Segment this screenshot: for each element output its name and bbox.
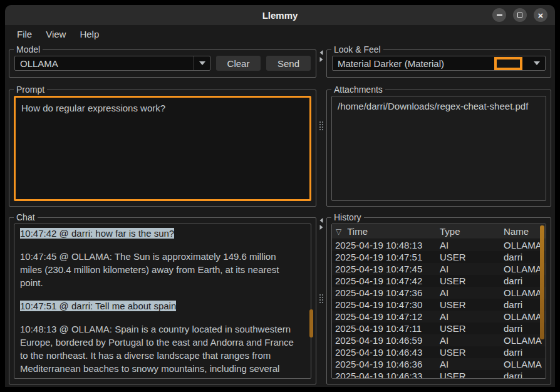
- history-cell-type: USER: [438, 299, 501, 310]
- close-icon: ×: [538, 11, 544, 20]
- splitter-collapse-arrows[interactable]: [320, 218, 323, 230]
- maximize-icon: [517, 13, 522, 18]
- chevron-down-icon: [534, 61, 540, 65]
- history-cell-type: AI: [438, 311, 501, 322]
- history-row[interactable]: 2025-04-19 10:47:42 USER darri: [332, 275, 546, 287]
- history-cell-type: AI: [438, 335, 501, 346]
- collapse-right-icon[interactable]: [320, 57, 323, 62]
- history-cell-time: 2025-04-19 10:47:42: [332, 276, 438, 286]
- history-cell-time: 2025-04-19 10:47:11: [332, 323, 438, 334]
- history-row[interactable]: 2025-04-19 10:47:12 AI OLLAMA: [332, 311, 546, 322]
- history-cell-name: OLLAMA: [501, 240, 546, 250]
- model-group: Model OLLAMA Clear Send: [9, 49, 316, 78]
- prompt-group-label: Prompt: [14, 85, 47, 95]
- history-row[interactable]: 2025-04-19 10:47:45 AI OLLAMA: [332, 263, 546, 275]
- sort-descending-icon: ▽: [336, 227, 341, 236]
- history-cell-type: AI: [438, 240, 501, 250]
- look-and-feel-dropdown-button[interactable]: [529, 56, 545, 70]
- column-header-type[interactable]: Type: [438, 226, 501, 237]
- history-row[interactable]: 2025-04-19 10:46:43 USER darri: [332, 346, 546, 358]
- attachments-group-label: Attachments: [331, 85, 385, 95]
- titlebar[interactable]: Llemmy ×: [5, 5, 555, 25]
- history-cell-type: AI: [438, 264, 501, 274]
- history-cell-name: darri: [501, 347, 546, 358]
- menu-file[interactable]: File: [11, 28, 38, 41]
- history-cell-type: AI: [438, 359, 501, 369]
- history-row[interactable]: 2025-04-19 10:46:33 USER darri: [332, 370, 546, 379]
- main-content: Model OLLAMA Clear Send: [5, 43, 555, 387]
- history-cell-name: darri: [501, 252, 546, 262]
- attachments-group: Attachments /home/darri/Downloads/regex-…: [326, 90, 551, 207]
- window-controls: ×: [492, 8, 547, 22]
- chat-log[interactable]: 10:47:42 @ darri: how far is the sun? 10…: [14, 224, 311, 379]
- history-row[interactable]: 2025-04-19 10:48:13 AI OLLAMA: [332, 239, 546, 251]
- splitter-grip-icon[interactable]: [319, 121, 323, 130]
- history-row[interactable]: 2025-04-19 10:46:36 AI OLLAMA: [332, 358, 546, 370]
- splitter-collapse-arrows[interactable]: [320, 50, 323, 62]
- vertical-splitter-top[interactable]: [316, 45, 326, 207]
- chat-message: 10:47:42 @ darri: how far is the sun?: [20, 227, 299, 240]
- history-scrollbar-thumb[interactable]: [540, 225, 544, 339]
- history-cell-time: 2025-04-19 10:46:43: [332, 347, 438, 358]
- history-cell-name: OLLAMA: [501, 264, 546, 274]
- chat-message-text: 10:48:13 @ OLLAMA: Spain is a country lo…: [20, 324, 294, 379]
- model-dropdown-button[interactable]: [194, 56, 210, 70]
- history-cell-type: AI: [438, 287, 501, 298]
- clear-button[interactable]: Clear: [216, 56, 261, 71]
- column-header-name[interactable]: Name: [501, 226, 546, 237]
- history-group: History ▽ Time Type Name 2025-04-19 10:4…: [326, 217, 551, 384]
- history-cell-type: USER: [438, 347, 501, 358]
- history-cell-time: 2025-04-19 10:47:45: [332, 264, 438, 274]
- history-row[interactable]: 2025-04-19 10:47:11 USER darri: [332, 322, 546, 334]
- menu-view[interactable]: View: [40, 28, 71, 41]
- history-cell-name: darri: [501, 323, 546, 334]
- close-button[interactable]: ×: [534, 8, 547, 22]
- vertical-splitter-bottom[interactable]: [316, 213, 326, 384]
- look-and-feel-select[interactable]: Material Darker (Material): [332, 56, 546, 71]
- column-header-time[interactable]: ▽ Time: [332, 226, 438, 237]
- focus-highlight-swatch: [494, 57, 522, 70]
- chat-scrollbar-thumb[interactable]: [309, 309, 313, 338]
- history-cell-time: 2025-04-19 10:47:51: [332, 252, 438, 262]
- chat-message-text: 10:47:45 @ OLLAMA: The Sun is approximat…: [20, 251, 279, 288]
- look-and-feel-group: Look & Feel Material Darker (Material): [326, 49, 551, 78]
- chat-group-label: Chat: [14, 212, 38, 223]
- look-and-feel-group-label: Look & Feel: [331, 44, 383, 55]
- splitter-grip-icon[interactable]: [319, 294, 323, 303]
- history-cell-name: OLLAMA: [501, 359, 546, 369]
- chevron-down-icon: [199, 61, 205, 65]
- history-cell-time: 2025-04-19 10:47:36: [332, 287, 438, 298]
- history-row[interactable]: 2025-04-19 10:47:36 AI OLLAMA: [332, 287, 546, 299]
- history-cell-time: 2025-04-19 10:46:33: [332, 371, 438, 379]
- history-rows: 2025-04-19 10:48:13 AI OLLAMA 2025-04-19…: [332, 239, 546, 379]
- history-cell-type: USER: [438, 276, 501, 286]
- chat-message: 10:47:51 @ darri: Tell me about spain: [20, 299, 299, 312]
- history-cell-type: USER: [438, 323, 501, 334]
- history-row[interactable]: 2025-04-19 10:47:51 USER darri: [332, 251, 546, 263]
- history-table[interactable]: ▽ Time Type Name 2025-04-19 10:48:13 AI …: [331, 224, 546, 379]
- collapse-left-icon[interactable]: [320, 218, 323, 223]
- history-row[interactable]: 2025-04-19 10:46:59 AI OLLAMA: [332, 334, 546, 346]
- history-table-header[interactable]: ▽ Time Type Name: [332, 224, 546, 239]
- minimize-icon: [497, 14, 502, 16]
- history-row[interactable]: 2025-04-19 10:47:30 USER darri: [332, 299, 546, 311]
- attachment-item[interactable]: /home/darri/Downloads/regex-cheat-sheet.…: [332, 99, 546, 113]
- history-cell-time: 2025-04-19 10:48:13: [332, 240, 438, 250]
- model-group-label: Model: [14, 44, 43, 55]
- app-window: Llemmy × File View Help Model OLLAMA: [5, 5, 555, 387]
- model-select[interactable]: OLLAMA: [14, 56, 210, 71]
- history-cell-name: darri: [501, 371, 546, 379]
- menu-help[interactable]: Help: [74, 28, 105, 41]
- history-cell-type: USER: [438, 252, 501, 262]
- maximize-button[interactable]: [513, 8, 527, 22]
- prompt-input[interactable]: How do regular expressions work?: [14, 96, 311, 201]
- prompt-group: Prompt How do regular expressions work?: [9, 90, 316, 207]
- minimize-button[interactable]: [492, 8, 506, 22]
- send-button[interactable]: Send: [266, 56, 311, 71]
- history-cell-time: 2025-04-19 10:47:12: [332, 311, 438, 322]
- collapse-right-icon[interactable]: [320, 225, 323, 230]
- look-and-feel-selected-value: Material Darker (Material): [333, 58, 494, 69]
- collapse-left-icon[interactable]: [320, 50, 323, 55]
- history-cell-type: USER: [438, 371, 501, 379]
- attachments-list[interactable]: /home/darri/Downloads/regex-cheat-sheet.…: [331, 96, 546, 201]
